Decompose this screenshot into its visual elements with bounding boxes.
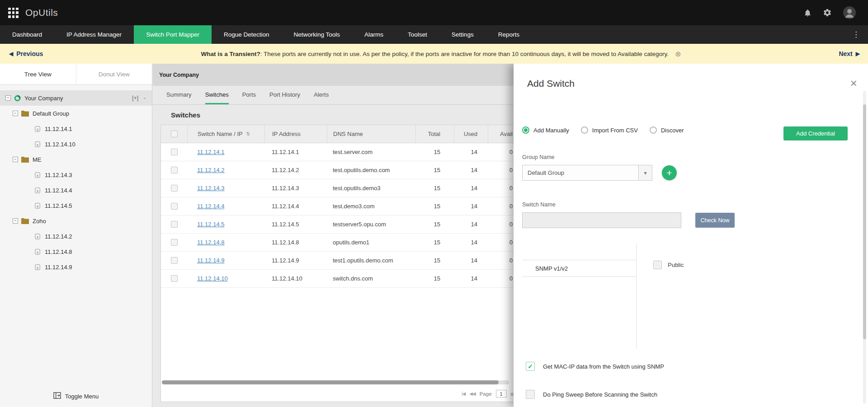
toggle-menu-button[interactable]: Toggle Menu — [0, 388, 152, 404]
group-tab[interactable]: Your Company — [153, 72, 205, 78]
row-checkbox[interactable] — [171, 167, 178, 173]
horizontal-scrollbar-thumb[interactable] — [162, 380, 499, 384]
nav-toolset[interactable]: Toolset — [396, 25, 439, 44]
previous-button[interactable]: ◀ Previous — [9, 50, 43, 57]
radio-discover[interactable]: Discover — [650, 126, 684, 134]
col-used[interactable]: Used — [454, 125, 488, 143]
add-credential-button[interactable]: Add Credential — [783, 126, 848, 140]
tree-node-switch[interactable]: s 11.12.14.2 — [0, 229, 152, 244]
radio-import-from-csv[interactable]: Import From CSV — [581, 126, 638, 134]
nav-reports[interactable]: Reports — [486, 25, 532, 44]
collapse-icon[interactable]: − — [13, 157, 18, 162]
cell-dns: switch.dns.com — [327, 275, 415, 282]
switch-name-link[interactable]: 11.12.14.5 — [197, 221, 224, 228]
tree-node-switch[interactable]: s 11.12.14.9 — [0, 259, 152, 275]
expand-all-control[interactable]: [+] — [132, 95, 138, 101]
add-group-button[interactable]: + — [662, 165, 677, 180]
row-checkbox[interactable] — [171, 221, 178, 228]
tree-node-switch[interactable]: s 11.12.14.3 — [0, 167, 152, 182]
sort-icon[interactable]: ⇅ — [246, 131, 250, 137]
switch-name-link[interactable]: 11.12.14.4 — [197, 203, 224, 210]
credential-item-snmp[interactable]: SNMP v1/v2 — [522, 260, 636, 277]
panel-scrollbar[interactable] — [863, 91, 866, 403]
user-avatar[interactable] — [843, 6, 856, 19]
tab-alerts[interactable]: Alerts — [314, 86, 329, 104]
col-total[interactable]: Total — [415, 125, 454, 143]
notifications-bell-icon[interactable] — [803, 9, 812, 17]
public-checkbox[interactable] — [653, 261, 662, 269]
panel-scrollbar-thumb[interactable] — [863, 104, 866, 339]
nav-switch-port-mapper[interactable]: Switch Port Mapper — [134, 25, 212, 44]
tree-group-default-group[interactable]: − Default Group — [0, 106, 152, 121]
nav-dashboard[interactable]: Dashboard — [0, 25, 54, 44]
radio-selected-icon[interactable] — [522, 126, 529, 134]
apps-grid-icon[interactable] — [8, 8, 19, 18]
cell-dns: test.demo3.com — [327, 203, 415, 210]
previous-page-icon[interactable]: ◀◀ — [469, 391, 475, 396]
cell-total: 15 — [415, 275, 454, 282]
collapse-icon[interactable]: − — [13, 111, 18, 116]
nav-alarms[interactable]: Alarms — [352, 25, 396, 44]
ping-sweep-checkbox[interactable] — [526, 390, 535, 399]
chevron-down-icon[interactable]: ▾ — [638, 165, 652, 180]
horizontal-scrollbar[interactable] — [162, 380, 509, 384]
row-checkbox[interactable] — [171, 239, 178, 246]
radio-icon[interactable] — [581, 126, 588, 134]
tree-node-switch[interactable]: s 11.12.14.4 — [0, 182, 152, 198]
row-checkbox[interactable] — [171, 275, 178, 282]
tree-node-your-company[interactable]: − Your Company [+] - — [0, 90, 152, 106]
page-input[interactable] — [496, 390, 507, 398]
collapse-all-control[interactable]: - — [144, 95, 146, 101]
row-checkbox[interactable] — [171, 185, 178, 192]
previous-arrow-icon: ◀ — [9, 51, 13, 57]
tree-node-switch[interactable]: s 11.12.14.8 — [0, 244, 152, 259]
radio-icon[interactable] — [650, 126, 657, 134]
switch-icon: s — [34, 233, 41, 240]
tab-tree-view[interactable]: Tree View — [0, 64, 76, 84]
check-now-button[interactable]: Check Now — [695, 213, 735, 228]
tree-node-switch[interactable]: s 11.12.14.1 — [0, 121, 152, 136]
radio-add-manually[interactable]: Add Manually — [522, 126, 569, 134]
banner-close-icon[interactable]: ⊗ — [675, 50, 681, 58]
settings-gear-icon[interactable] — [823, 8, 832, 17]
first-page-icon[interactable]: |◀ — [462, 391, 465, 396]
tree-node-switch[interactable]: s 11.12.14.5 — [0, 198, 152, 213]
get-mac-ip-checkbox[interactable]: ✓ — [526, 362, 535, 371]
nav-rogue-detection[interactable]: Rogue Detection — [212, 25, 282, 44]
nav-overflow-icon[interactable]: ⋮ — [844, 25, 868, 44]
switch-icon: s — [34, 248, 41, 255]
next-button[interactable]: Next ▶ — [839, 50, 860, 57]
switch-name-link[interactable]: 11.12.14.3 — [197, 185, 224, 192]
nav-networking-tools[interactable]: Networking Tools — [282, 25, 353, 44]
nav-ip-address-manager[interactable]: IP Address Manager — [54, 25, 134, 44]
switch-name-input[interactable] — [522, 212, 681, 228]
row-checkbox[interactable] — [171, 203, 178, 210]
tab-summary[interactable]: Summary — [166, 86, 192, 104]
col-switch-name[interactable]: Switch Name / IP⇅ — [187, 125, 264, 143]
col-ip-address[interactable]: IP Address — [264, 125, 327, 143]
tab-port-history[interactable]: Port History — [269, 86, 300, 104]
collapse-icon[interactable]: − — [5, 95, 11, 101]
switch-icon: s — [34, 141, 41, 148]
tab-donut-view[interactable]: Donut View — [76, 64, 152, 84]
tree-group-zoho[interactable]: − Zoho — [0, 213, 152, 229]
collapse-icon[interactable]: − — [13, 218, 18, 224]
switch-name-link[interactable]: 11.12.14.8 — [197, 239, 224, 246]
switch-name-link[interactable]: 11.12.14.2 — [197, 167, 224, 173]
row-checkbox[interactable] — [171, 149, 178, 155]
switch-name-link[interactable]: 11.12.14.9 — [197, 257, 224, 264]
nav-settings[interactable]: Settings — [439, 25, 486, 44]
tab-switches[interactable]: Switches — [205, 86, 229, 104]
row-checkbox[interactable] — [171, 257, 178, 264]
switch-name-link[interactable]: 11.12.14.10 — [197, 275, 228, 282]
select-all-checkbox[interactable] — [171, 131, 178, 137]
switch-name-link[interactable]: 11.12.14.1 — [197, 149, 224, 155]
tree-node-switch[interactable]: s 11.12.14.10 — [0, 136, 152, 152]
group-name-select[interactable]: Default Group ▾ — [522, 165, 652, 181]
col-dns-name[interactable]: DNS Name — [327, 125, 415, 143]
close-icon[interactable]: × — [850, 77, 857, 89]
tab-ports[interactable]: Ports — [242, 86, 256, 104]
app-root: OpUtils Dashboard IP Address Manager Swi… — [0, 0, 868, 407]
tree-group-me[interactable]: − ME — [0, 152, 152, 167]
cell-used: 14 — [454, 203, 488, 210]
